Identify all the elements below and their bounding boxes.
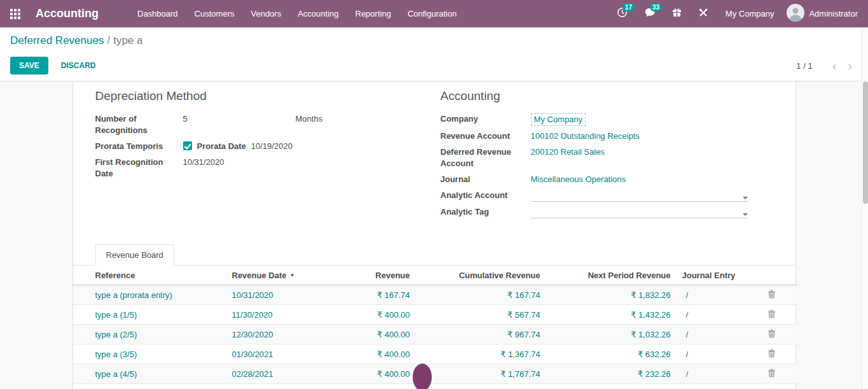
dropdown-caret-icon — [743, 197, 748, 199]
table-row[interactable]: type a (2/5) 12/30/2020 ₹ 400.00 ₹ 967.7… — [73, 325, 797, 344]
apps-menu-button[interactable] — [0, 0, 31, 27]
delete-row-button[interactable] — [766, 369, 777, 378]
control-panel: Deferred Revenues/type a SAVE DISCARD 1 … — [0, 27, 868, 81]
cell-reference[interactable]: type a (4/5) — [95, 369, 137, 379]
pager-value: 1 / 1 — [796, 61, 812, 71]
analytic-tag-label: Analytic Tag — [441, 206, 531, 218]
vertical-scrollbar — [862, 28, 868, 389]
cell-journal-entry[interactable]: / — [686, 369, 689, 379]
column-header-reference[interactable]: Reference — [73, 265, 232, 285]
gift-button[interactable] — [664, 0, 690, 27]
cell-revenue[interactable]: ₹ 400.00 — [377, 369, 410, 379]
cell-revenue[interactable]: ₹ 400.00 — [377, 350, 410, 359]
pager-previous-button[interactable]: ‹ — [827, 59, 843, 72]
breadcrumb-current: type a — [113, 34, 142, 46]
number-of-recognitions-label: Number of Recognitions — [95, 113, 183, 136]
column-header-cumulative-revenue[interactable]: Cumulative Revenue — [417, 265, 547, 285]
column-header-journal-entry[interactable]: Journal Entry — [677, 265, 747, 285]
cell-journal-entry[interactable]: / — [686, 350, 689, 359]
company-field[interactable]: My Company — [534, 115, 583, 124]
cell-revenue[interactable]: ₹ 167.74 — [377, 290, 410, 300]
first-recognition-date-field[interactable]: 10/31/2020 — [183, 157, 409, 180]
cell-next-period-revenue[interactable]: ₹ 1,432.26 — [631, 310, 671, 320]
cell-reference[interactable]: type a (2/5) — [95, 330, 137, 339]
revenue-board-table: Reference Revenue Date▼ Revenue Cumulati… — [73, 265, 797, 389]
prorata-temporis-checkbox[interactable] — [183, 141, 192, 150]
table-row[interactable]: type a (4/5) 02/28/2021 ₹ 400.00 ₹ 1,767… — [73, 364, 797, 384]
cell-journal-entry[interactable]: / — [686, 310, 689, 320]
delete-row-button[interactable] — [766, 290, 777, 299]
table-row[interactable]: type a (prorata entry) 10/31/2020 ₹ 167.… — [73, 285, 797, 305]
analytic-account-field[interactable] — [531, 190, 748, 202]
cell-revenue[interactable]: ₹ 400.00 — [377, 330, 410, 339]
column-header-next-period-revenue[interactable]: Next Period Revenue — [547, 265, 677, 285]
company-switcher[interactable]: My Company — [717, 9, 783, 18]
app-title[interactable]: Accounting — [36, 7, 99, 20]
discard-button[interactable]: DISCARD — [53, 57, 104, 74]
cell-next-period-revenue[interactable]: ₹ 1,832.26 — [631, 290, 671, 300]
cell-revenue-date[interactable]: 02/28/2021 — [232, 369, 273, 379]
number-of-recognitions-field[interactable]: 5 — [183, 113, 296, 125]
nav-item-reporting[interactable]: Reporting — [347, 0, 399, 27]
cell-revenue-date[interactable]: 10/31/2020 — [232, 290, 273, 300]
nav-item-vendors[interactable]: Vendors — [242, 0, 289, 27]
table-row[interactable]: type a (1/5) 11/30/2020 ₹ 400.00 ₹ 567.7… — [73, 305, 797, 325]
table-row[interactable]: type a (3/5) 01/30/2021 ₹ 400.00 ₹ 1,367… — [73, 344, 797, 364]
accounting-title: Accounting — [441, 89, 748, 103]
delete-row-button[interactable] — [766, 349, 777, 358]
delete-row-button[interactable] — [766, 309, 777, 318]
activities-button[interactable]: 17 — [609, 0, 636, 27]
nav-item-accounting[interactable]: Accounting — [289, 0, 347, 27]
cell-journal-entry[interactable]: / — [686, 290, 689, 300]
depreciation-method-group: Depreciation Method Number of Recognitio… — [73, 89, 434, 223]
pager-next-button[interactable]: › — [842, 59, 858, 72]
cell-next-period-revenue[interactable]: ₹ 1,032.26 — [631, 330, 671, 339]
trash-icon — [768, 330, 776, 340]
journal-label: Journal — [441, 174, 531, 185]
breadcrumb-separator: / — [107, 34, 110, 46]
deferred-revenue-account-field[interactable]: 200120 Retail Sales — [531, 147, 605, 157]
delete-row-button[interactable] — [766, 329, 777, 338]
cell-revenue-date[interactable]: 01/30/2021 — [232, 350, 273, 359]
main-menu: Dashboard Customers Vendors Accounting R… — [129, 0, 465, 27]
cell-cumulative-revenue[interactable]: ₹ 1,767.74 — [500, 369, 541, 379]
cell-journal-entry[interactable]: / — [686, 330, 689, 339]
nav-item-customers[interactable]: Customers — [186, 0, 243, 27]
scrollbar-thumb[interactable] — [863, 81, 868, 204]
cell-revenue-date[interactable]: 11/30/2020 — [232, 310, 273, 320]
cell-cumulative-revenue[interactable]: ₹ 567.74 — [507, 310, 541, 320]
cell-reference[interactable]: type a (1/5) — [95, 310, 137, 320]
pager: 1 / 1 ‹ › — [796, 59, 858, 72]
table-row[interactable]: type a (5/5) 03/28/2021 ₹ 232.26 ₹ 2,000… — [73, 384, 797, 389]
cell-reference[interactable]: type a (prorata entry) — [95, 290, 172, 300]
nav-item-configuration[interactable]: Configuration — [399, 0, 465, 27]
cell-revenue[interactable]: ₹ 400.00 — [377, 310, 410, 320]
nav-item-dashboard[interactable]: Dashboard — [129, 0, 186, 27]
tab-revenue-board[interactable]: Revenue Board — [95, 244, 174, 265]
revenue-account-field[interactable]: 100102 Outstanding Receipts — [531, 131, 640, 141]
save-button[interactable]: SAVE — [10, 57, 48, 74]
journal-field[interactable]: Miscellaneous Operations — [531, 174, 626, 184]
trash-icon — [768, 291, 776, 301]
cell-revenue-date[interactable]: 12/30/2020 — [232, 330, 273, 339]
cell-next-period-revenue[interactable]: ₹ 232.26 — [638, 369, 671, 379]
column-header-revenue-date[interactable]: Revenue Date▼ — [232, 265, 334, 285]
user-menu[interactable]: Administrator — [783, 4, 862, 24]
column-header-revenue[interactable]: Revenue — [334, 265, 417, 285]
navbar-systray: 17 33 My Company Administrator — [609, 0, 862, 27]
tools-button[interactable] — [690, 0, 717, 27]
breadcrumb-parent-link[interactable]: Deferred Revenues — [10, 34, 104, 46]
deferred-revenue-account-label: Deferred Revenue Account — [441, 146, 531, 169]
messages-button[interactable]: 33 — [636, 0, 664, 27]
cell-cumulative-revenue[interactable]: ₹ 167.74 — [507, 290, 541, 300]
click-indicator — [413, 364, 432, 389]
column-header-actions — [747, 265, 797, 285]
cell-cumulative-revenue[interactable]: ₹ 1,367.74 — [500, 350, 541, 359]
cell-next-period-revenue[interactable]: ₹ 632.26 — [638, 350, 671, 359]
analytic-tag-field[interactable] — [531, 206, 748, 218]
prorata-date-field[interactable]: 10/19/2020 — [251, 141, 293, 151]
cell-reference[interactable]: type a (3/5) — [95, 350, 137, 359]
cell-cumulative-revenue[interactable]: ₹ 967.74 — [507, 330, 541, 339]
depreciation-method-title: Depreciation Method — [95, 89, 409, 103]
apps-grid-icon — [10, 9, 20, 19]
